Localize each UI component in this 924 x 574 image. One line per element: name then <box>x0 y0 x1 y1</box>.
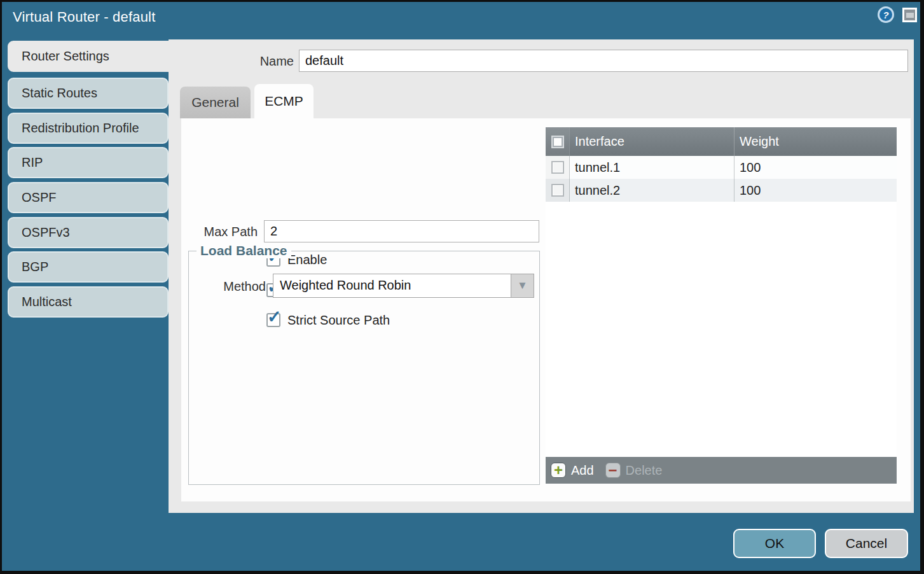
sidebar-item-label: Static Routes <box>22 86 97 101</box>
sidebar-item-label: OSPFv3 <box>22 225 70 240</box>
method-dropdown-arrow-button[interactable]: ▼ <box>511 274 534 297</box>
load-balance-legend: Load Balance <box>197 243 291 258</box>
cell-interface: tunnel.2 <box>570 179 734 202</box>
tab-ecmp[interactable]: ECMP <box>254 84 314 118</box>
cell-weight: 100 <box>734 179 897 202</box>
interface-weight-table: Interface Weight tunnel.1 100 tunnel.2 1… <box>546 127 897 484</box>
help-icon[interactable]: ? <box>878 6 894 23</box>
cancel-button-label: Cancel <box>846 536 887 551</box>
column-header-interface: Interface <box>570 127 734 156</box>
ok-button[interactable]: OK <box>733 529 816 558</box>
sidebar-item-redistribution-profile[interactable]: Redistribution Profile <box>8 113 169 144</box>
sidebar-item-ospf[interactable]: OSPF <box>8 182 169 213</box>
sidebar-item-multicast[interactable]: Multicast <box>8 286 169 318</box>
sidebar-item-static-routes[interactable]: Static Routes <box>8 78 169 109</box>
column-header-weight: Weight <box>734 127 897 156</box>
dialog-body: Name General ECMP ✓ Enable ✓ Symmetric R… <box>169 39 914 513</box>
select-all-checkbox[interactable] <box>551 136 564 148</box>
sidebar-item-label: BGP <box>22 260 48 274</box>
chevron-down-icon: ▼ <box>517 279 528 292</box>
sidebar-item-label: RIP <box>22 155 43 170</box>
sidebar-item-label: OSPF <box>22 190 56 205</box>
row-checkbox[interactable] <box>551 161 564 174</box>
delete-icon[interactable]: − <box>605 463 621 478</box>
sidebar-item-router-settings[interactable]: Router Settings <box>8 41 172 72</box>
table-header-row: Interface Weight <box>546 127 897 156</box>
window-resize-icon-inner <box>906 13 914 18</box>
add-button[interactable]: Add <box>571 463 594 478</box>
help-icon-glyph: ? <box>883 10 888 20</box>
row-checkbox-cell <box>546 179 570 202</box>
row-checkbox[interactable] <box>551 184 564 197</box>
name-label: Name <box>219 54 294 69</box>
sidebar-item-bgp[interactable]: BGP <box>8 251 169 283</box>
max-path-label: Max Path <box>181 225 258 239</box>
sidebar-item-label: Router Settings <box>22 49 109 64</box>
method-dropdown-value: Weighted Round Robin <box>280 278 411 293</box>
table-header-checkbox-cell <box>546 127 570 156</box>
sidebar-item-ospfv3[interactable]: OSPFv3 <box>8 217 169 248</box>
tab-general[interactable]: General <box>180 87 251 118</box>
window-resize-icon[interactable] <box>902 8 917 22</box>
cancel-button[interactable]: Cancel <box>825 529 908 558</box>
max-path-input[interactable] <box>264 220 539 242</box>
table-footer-bar: + Add − Delete <box>546 457 897 484</box>
ok-button-label: OK <box>765 536 784 551</box>
tab-label: ECMP <box>265 94 303 109</box>
row-checkbox-cell <box>546 156 570 179</box>
name-input[interactable] <box>299 50 908 72</box>
cell-interface: tunnel.1 <box>570 156 734 179</box>
sidebar-item-label: Multicast <box>22 295 72 309</box>
tab-label: General <box>191 95 239 110</box>
method-dropdown[interactable]: Weighted Round Robin ▼ <box>273 274 534 298</box>
window-title: Virtual Router - default <box>13 9 156 25</box>
load-balance-fieldset: Load Balance Method Weighted Round Robin… <box>188 251 540 485</box>
table-row[interactable]: tunnel.2 100 <box>546 179 897 202</box>
sidebar-item-label: Redistribution Profile <box>22 121 139 136</box>
delete-button[interactable]: Delete <box>626 463 663 478</box>
ecmp-tab-panel: ✓ Enable ✓ Symmetric Return ✓ Strict Sou… <box>181 118 911 501</box>
sidebar-item-rip[interactable]: RIP <box>8 147 169 178</box>
table-row[interactable]: tunnel.1 100 <box>546 156 897 179</box>
cell-weight: 100 <box>734 156 897 179</box>
add-icon[interactable]: + <box>551 463 566 478</box>
method-label: Method <box>189 279 266 294</box>
